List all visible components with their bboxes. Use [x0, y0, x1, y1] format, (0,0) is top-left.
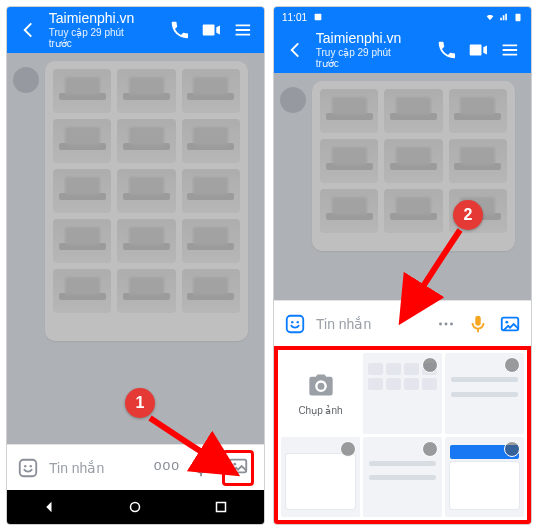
gallery-item[interactable]	[363, 437, 442, 518]
phone-screenshot-2: 11:01 Taimienphi.vn Truy cập 29 phút trư…	[273, 6, 532, 525]
msg-thumb	[117, 219, 175, 263]
msg-thumb	[53, 169, 111, 213]
svg-point-14	[450, 322, 453, 325]
svg-rect-0	[20, 459, 37, 476]
select-circle-icon[interactable]	[422, 441, 438, 457]
avatar	[13, 67, 39, 93]
msg-thumb	[117, 69, 175, 113]
msg-thumb	[320, 89, 378, 133]
message-input[interactable]: Tin nhắn	[316, 316, 425, 332]
sticker-icon[interactable]	[284, 313, 306, 335]
gallery-panel: Chụp ảnh	[274, 346, 531, 524]
avatar	[280, 87, 306, 113]
msg-thumb	[384, 89, 442, 133]
svg-point-13	[445, 322, 448, 325]
back-icon[interactable]	[284, 39, 306, 61]
select-circle-icon[interactable]	[340, 441, 356, 457]
svg-point-2	[30, 464, 32, 466]
msg-thumb	[320, 189, 378, 233]
more-icon[interactable]: ooo	[154, 457, 180, 479]
status-bar: 11:01	[274, 7, 531, 27]
gallery-icon[interactable]	[227, 455, 249, 477]
android-nav	[7, 490, 264, 524]
chat-subtitle: Truy cập 29 phút trước	[49, 27, 149, 49]
sticker-icon[interactable]	[17, 457, 39, 479]
svg-rect-8	[516, 14, 521, 22]
msg-thumb	[449, 189, 507, 233]
msg-thumb	[320, 139, 378, 183]
svg-point-1	[24, 464, 26, 466]
composer: Tin nhắn ooo	[7, 444, 264, 490]
select-circle-icon[interactable]	[422, 357, 438, 373]
select-circle-icon[interactable]	[504, 441, 520, 457]
svg-rect-9	[287, 315, 304, 332]
phone-screenshot-1: Taimienphi.vn Truy cập 29 phút trước	[6, 6, 265, 525]
back-icon[interactable]	[17, 19, 39, 41]
svg-point-11	[297, 320, 299, 322]
msg-thumb	[53, 269, 111, 313]
mic-icon[interactable]	[467, 313, 489, 335]
svg-point-10	[291, 320, 293, 322]
gallery-item[interactable]	[363, 353, 442, 434]
message-input[interactable]: Tin nhắn	[49, 460, 144, 476]
msg-thumb	[182, 269, 240, 313]
svg-point-12	[439, 322, 442, 325]
call-icon[interactable]	[436, 39, 458, 61]
chat-header: Taimienphi.vn Truy cập 29 phút trước	[274, 27, 531, 73]
composer: Tin nhắn	[274, 300, 531, 346]
nav-home-icon[interactable]	[126, 498, 144, 516]
msg-thumb	[182, 69, 240, 113]
video-call-icon[interactable]	[200, 19, 222, 41]
chat-title[interactable]: Taimienphi.vn	[316, 31, 416, 46]
highlight-gallery-button	[222, 450, 254, 486]
video-call-icon[interactable]	[467, 39, 489, 61]
chat-subtitle: Truy cập 29 phút trước	[316, 47, 416, 69]
mic-icon[interactable]	[190, 457, 212, 479]
chat-title[interactable]: Taimienphi.vn	[49, 11, 149, 26]
msg-thumb	[384, 139, 442, 183]
svg-rect-6	[217, 503, 226, 512]
msg-thumb	[182, 219, 240, 263]
gallery-item[interactable]	[445, 437, 524, 518]
gallery-item[interactable]	[445, 353, 524, 434]
nav-back-icon[interactable]	[41, 498, 59, 516]
svg-point-5	[131, 503, 140, 512]
gallery-icon[interactable]	[499, 313, 521, 335]
image-message[interactable]	[312, 81, 515, 251]
msg-thumb	[449, 89, 507, 133]
capture-button[interactable]: Chụp ảnh	[281, 353, 360, 434]
chat-area: Tin nhắn Chụp ảnh	[274, 73, 531, 524]
status-app-icon	[313, 12, 323, 22]
msg-thumb	[449, 139, 507, 183]
msg-thumb	[182, 169, 240, 213]
menu-icon[interactable]	[232, 19, 254, 41]
more-icon[interactable]	[435, 313, 457, 335]
gallery-item[interactable]	[281, 437, 360, 518]
msg-thumb	[117, 269, 175, 313]
chat-area	[7, 53, 264, 444]
signal-icon	[499, 12, 509, 22]
msg-thumb	[384, 189, 442, 233]
svg-point-4	[233, 462, 236, 465]
image-message[interactable]	[45, 61, 248, 341]
nav-recent-icon[interactable]	[212, 498, 230, 516]
camera-icon	[307, 371, 335, 399]
msg-thumb	[117, 119, 175, 163]
select-circle-icon[interactable]	[504, 357, 520, 373]
svg-rect-7	[315, 14, 322, 21]
chat-header: Taimienphi.vn Truy cập 29 phút trước	[7, 7, 264, 53]
svg-point-16	[505, 320, 508, 323]
msg-thumb	[53, 119, 111, 163]
msg-thumb	[53, 219, 111, 263]
menu-icon[interactable]	[499, 39, 521, 61]
status-time: 11:01	[282, 12, 307, 23]
battery-icon	[513, 12, 523, 22]
call-icon[interactable]	[169, 19, 191, 41]
msg-thumb	[182, 119, 240, 163]
msg-thumb	[117, 169, 175, 213]
wifi-icon	[485, 12, 495, 22]
capture-label: Chụp ảnh	[298, 405, 342, 416]
msg-thumb	[53, 69, 111, 113]
